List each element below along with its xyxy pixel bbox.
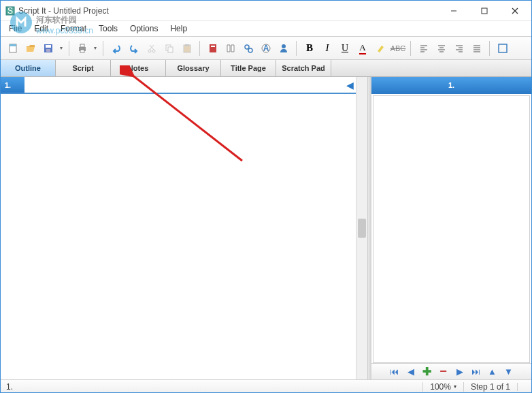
menu-tools[interactable]: Tools	[93, 22, 123, 35]
italic-button[interactable]: I	[319, 40, 335, 57]
svg-point-25	[248, 48, 252, 52]
menubar: File Edit Format Tools Options Help	[1, 21, 531, 36]
resize-grip[interactable]	[517, 383, 531, 391]
new-button[interactable]	[5, 40, 21, 57]
tabs: Outline Script Notes Glossary Title Page…	[1, 60, 531, 77]
fullscreen-button[interactable]	[495, 40, 511, 57]
outline-body[interactable]	[1, 94, 356, 379]
svg-rect-22	[210, 44, 216, 52]
save-button[interactable]	[40, 40, 56, 57]
svg-rect-19	[168, 47, 173, 52]
menu-format[interactable]: Format	[55, 22, 92, 35]
svg-rect-13	[80, 50, 84, 52]
svg-rect-23	[211, 46, 215, 47]
paste-button[interactable]	[179, 40, 195, 57]
align-right-button[interactable]	[451, 40, 467, 57]
nav-next-button[interactable]: ▶	[454, 366, 466, 378]
nav-down-button[interactable]: ▼	[503, 366, 515, 378]
collapse-arrow-icon[interactable]: ◀	[344, 77, 356, 93]
minimize-button[interactable]	[438, 1, 469, 20]
svg-rect-3	[482, 8, 487, 14]
bold-button[interactable]: B	[301, 40, 318, 57]
align-justify-button[interactable]	[469, 40, 485, 57]
print-dropdown[interactable]: ▾	[92, 40, 99, 57]
replace-button[interactable]: A	[258, 40, 274, 57]
font-color-button[interactable]: A	[354, 40, 371, 57]
tab-script[interactable]: Script	[56, 60, 111, 76]
outline-row[interactable]: 1. ◀	[1, 77, 356, 94]
menu-options[interactable]: Options	[124, 22, 163, 35]
copy-button[interactable]	[161, 40, 178, 57]
status-zoom[interactable]: 100%▾	[422, 382, 463, 392]
close-button[interactable]	[499, 1, 530, 20]
titlebar: S Script It - Untitled Project	[1, 1, 531, 21]
tab-glossary[interactable]: Glossary	[166, 60, 221, 76]
nav-first-button[interactable]: ⏮	[388, 366, 401, 378]
preview-body	[373, 95, 530, 363]
svg-point-28	[282, 44, 286, 48]
thesaurus-button[interactable]	[222, 40, 239, 57]
open-button[interactable]	[22, 40, 39, 57]
menu-help[interactable]: Help	[165, 22, 193, 35]
preview-pane: 1. ⏮ ◀ ✚ − ▶ ⏭ ▲ ▼	[371, 77, 531, 379]
undo-button[interactable]	[108, 40, 124, 57]
nav-add-button[interactable]: ✚	[421, 366, 433, 378]
maximize-button[interactable]	[469, 1, 499, 20]
statusbar: 1. 100%▾ Step 1 of 1	[1, 379, 531, 393]
characters-button[interactable]	[276, 40, 292, 57]
svg-rect-7	[10, 44, 16, 46]
preview-nav: ⏮ ◀ ✚ − ▶ ⏭ ▲ ▼	[371, 363, 531, 379]
app-icon: S	[5, 5, 16, 16]
status-step: Step 1 of 1	[463, 382, 517, 392]
window-title: Script It - Untitled Project	[18, 6, 438, 16]
nav-prev-button[interactable]: ◀	[405, 366, 417, 378]
svg-point-14	[148, 50, 151, 52]
align-left-button[interactable]	[416, 40, 432, 57]
underline-button[interactable]: U	[337, 40, 353, 57]
svg-rect-45	[499, 44, 507, 52]
align-center-button[interactable]	[433, 40, 450, 57]
find-button[interactable]	[240, 40, 256, 57]
svg-point-15	[152, 50, 155, 52]
tab-title-page[interactable]: Title Page	[221, 60, 276, 76]
preview-header: 1.	[371, 77, 531, 94]
svg-text:S: S	[7, 6, 13, 16]
highlight-button[interactable]	[372, 40, 388, 57]
svg-rect-21	[185, 44, 189, 46]
toolbar: ▾ ▾ A B I U A ABC	[1, 36, 531, 60]
menu-edit[interactable]: Edit	[29, 22, 54, 35]
svg-rect-12	[80, 44, 84, 47]
nav-up-button[interactable]: ▲	[486, 366, 499, 378]
menu-file[interactable]: File	[3, 22, 27, 35]
status-line: 1.	[1, 382, 422, 392]
print-button[interactable]	[74, 40, 90, 57]
tab-outline[interactable]: Outline	[1, 60, 56, 76]
workspace: 1. ◀ 1. ⏮ ◀ ✚ − ▶ ⏭ ▲ ▼	[1, 77, 531, 379]
svg-rect-9	[46, 45, 51, 48]
cut-button[interactable]	[144, 40, 160, 57]
strikethrough-button[interactable]: ABC	[390, 40, 406, 57]
tab-scratch-pad[interactable]: Scratch Pad	[276, 60, 331, 76]
redo-button[interactable]	[126, 40, 142, 57]
dictionary-button[interactable]	[205, 40, 221, 57]
nav-remove-button[interactable]: −	[437, 366, 450, 378]
svg-rect-10	[46, 49, 50, 52]
row-number: 1.	[1, 77, 24, 93]
nav-last-button[interactable]: ⏭	[470, 366, 482, 378]
save-dropdown[interactable]: ▾	[58, 40, 65, 57]
svg-point-24	[245, 45, 249, 49]
outline-pane: 1. ◀	[1, 77, 368, 379]
vertical-scrollbar[interactable]	[356, 77, 367, 379]
row-content[interactable]	[24, 77, 344, 93]
tab-notes[interactable]: Notes	[111, 60, 166, 76]
